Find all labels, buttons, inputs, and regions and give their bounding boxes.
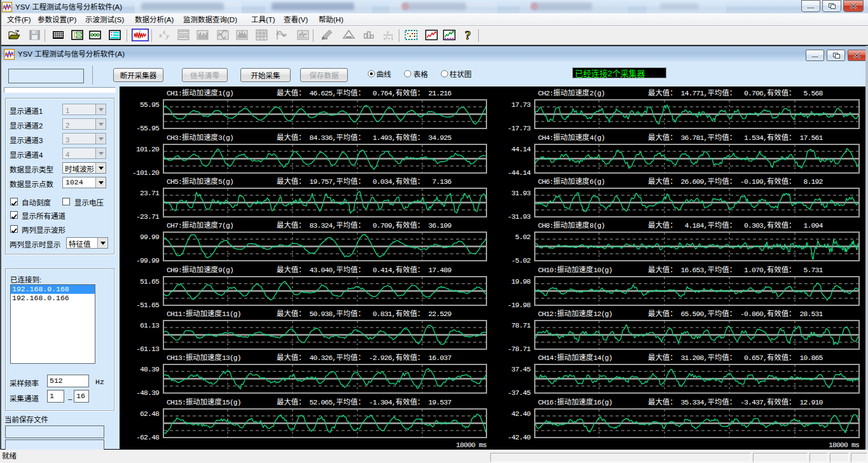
svg-text:s²+1: s²+1 — [383, 35, 394, 41]
svg-text:?: ? — [465, 29, 471, 41]
svg-text:s: s — [387, 29, 389, 35]
svg-text:y: y — [165, 32, 169, 39]
svg-text:x: x — [158, 31, 162, 39]
svg-text:4: 4 — [163, 30, 165, 36]
